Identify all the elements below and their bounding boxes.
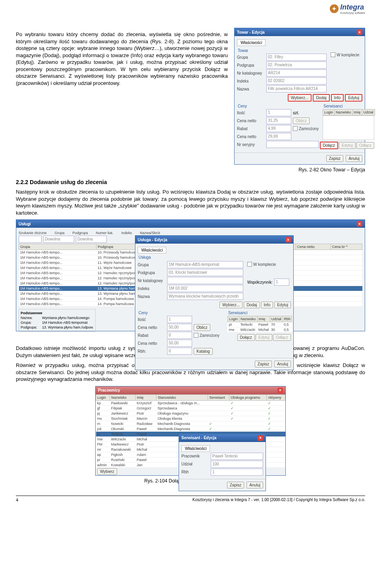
ue-zamrozony-checkbox[interactable] xyxy=(194,333,198,338)
tab-wlasciwosci[interactable]: Właściwości xyxy=(237,39,266,46)
se-prac-field[interactable]: Paweł Terlecki xyxy=(211,453,263,460)
se-rbh-label: Rbh xyxy=(181,470,209,474)
table-header[interactable]: Cena br ^ xyxy=(331,244,362,250)
ue-podgrupa-field[interactable]: 03. Klocki hamulcowe xyxy=(167,269,243,276)
close-icon[interactable]: × xyxy=(277,388,283,393)
table-header[interactable]: Imię xyxy=(135,394,156,400)
se-zapisz-button[interactable]: Zapisz xyxy=(227,482,244,488)
se-udzial-field[interactable]: 100 xyxy=(211,461,263,468)
grupa-select[interactable]: Dowolna xyxy=(43,236,74,243)
table-header[interactable]: Nazwisko xyxy=(110,394,136,400)
table-row[interactable]: mwWilczackiMichał300,5 xyxy=(228,327,292,332)
tab-wlasciwosci[interactable]: Właściwości xyxy=(138,247,166,254)
ue-wkomplecie-label: W komplecie xyxy=(253,262,276,267)
ue-cenanetto-label: Cena netto xyxy=(138,325,165,330)
ilosc-field[interactable]: 1 xyxy=(266,109,291,116)
table-header: Login xyxy=(228,316,239,322)
p-grupa-value: 1M Hamulce-ABS-tempomat xyxy=(42,321,88,325)
ue-nazwa-label: Nazwa xyxy=(138,294,165,299)
nazwa-label: Nazwa/Skrót xyxy=(140,231,160,235)
rabat-field[interactable]: 4,99 xyxy=(266,125,291,132)
close-icon[interactable]: × xyxy=(258,435,263,441)
ue-dodaj-button[interactable]: Dodaj xyxy=(244,302,260,308)
cenanetto-field[interactable]: 31,25 xyxy=(266,117,291,124)
se-anuluj-button[interactable]: Anuluj xyxy=(246,482,263,488)
table-header[interactable]: Cena netto xyxy=(296,244,331,250)
cenanetto-label: Cena netto xyxy=(237,119,265,123)
table-header: Imię xyxy=(257,316,270,322)
prac-wybierz-button[interactable]: Wybierz xyxy=(97,468,117,475)
dodaj-button[interactable]: Dodaj xyxy=(313,94,329,102)
oblicz-button[interactable]: Oblicz xyxy=(293,117,310,124)
ue-rabat-field[interactable]: 0 xyxy=(167,332,192,339)
close-icon[interactable]: × xyxy=(357,221,362,227)
table-row[interactable]: kpPawłowskiKrzysztofSprzedawca - obsługa… xyxy=(96,400,285,405)
nrkat-field[interactable]: AR214 xyxy=(266,69,327,77)
table-header[interactable]: Serwisant xyxy=(208,394,229,400)
table-row[interactable]: ptTerleckiPaweł700,5 xyxy=(228,322,292,327)
podgrupa-field[interactable]: 02. Powietrza xyxy=(266,61,327,69)
close-icon[interactable]: × xyxy=(357,29,362,35)
serw-col-udzial: Udział xyxy=(362,110,375,115)
ue-cenanetto-field[interactable]: 50,00 xyxy=(167,324,192,331)
grupa-field[interactable]: 02. Filtry xyxy=(266,54,327,61)
wkomplecie-checkbox[interactable] xyxy=(331,52,335,57)
table-row[interactable]: msStochmiakMarcinObsługa klienta✓✓ xyxy=(96,416,285,421)
ue-wkomplecie-checkbox[interactable] xyxy=(247,262,252,267)
ue-nazwa-field[interactable]: Wymiana klocków hamulcowych przedn xyxy=(167,293,243,300)
ue-odlacz-button[interactable]: Odłącz xyxy=(273,334,291,341)
ue-oblicz-button[interactable]: Oblicz xyxy=(194,324,210,331)
ue-podgrupa-label: Podgrupa xyxy=(138,271,165,275)
ue-dolacz-button[interactable]: Dołącz xyxy=(237,334,255,341)
cenanetto2-label: Cena netto xyxy=(237,135,265,139)
table-header[interactable]: Stanowisko xyxy=(156,394,208,400)
ue-anuluj-button[interactable]: Anuluj xyxy=(274,361,291,367)
table-row[interactable]: rnNowickiRadosławMechanik-Diagnosta✓✓ xyxy=(96,421,285,426)
serw-col-imie: Imię xyxy=(352,110,362,115)
table-header[interactable]: Aktywny xyxy=(267,394,285,400)
table-header: Rbh xyxy=(283,316,292,322)
odlacz-button[interactable]: Odłącz xyxy=(356,142,374,149)
table-row[interactable]: jokOkonskiPawełMechanik-Diagnosta✓✓ xyxy=(96,426,285,431)
ue-nrkat-field[interactable] xyxy=(167,277,243,284)
ue-rbh-field[interactable]: 0 xyxy=(167,348,192,355)
dolacz-button[interactable]: Dołącz xyxy=(320,142,339,149)
se-tab[interactable]: Właściwości xyxy=(181,445,210,452)
info-button[interactable]: Info xyxy=(331,94,344,102)
table-header[interactable]: Grupa xyxy=(19,244,96,250)
usluga-edycja-window: Usługa - Edycja × Właściwości Usługa Gru… xyxy=(135,235,294,370)
ue-zapisz-button[interactable]: Zapisz xyxy=(255,361,272,367)
indeks-field[interactable]: 02 02002 xyxy=(266,77,327,85)
se-rbh-field[interactable]: 1 xyxy=(211,469,263,476)
ue-ilosc-field[interactable]: 1 xyxy=(167,316,192,323)
nrkat-label: Numer kat. xyxy=(96,231,114,235)
ue-serw-table[interactable]: LoginNazwiskoImięUdziałRbhptTerleckiPawe… xyxy=(227,316,292,332)
zapisz-button[interactable]: Zapisz xyxy=(326,155,343,162)
nazwa-field[interactable]: Filtr powietrza Filtron AR214 xyxy=(266,85,327,92)
wsp-field[interactable]: 1 xyxy=(274,279,289,286)
edytuj-button[interactable]: Edytuj xyxy=(345,94,362,102)
ue-edytuj-button[interactable]: Edytuj xyxy=(274,302,291,308)
logo: ✦ Integra Kosztorysy software xyxy=(330,3,365,14)
ue-edytuj-serw-button[interactable]: Edytuj xyxy=(256,334,272,341)
katalog-button[interactable]: Katalog xyxy=(194,348,213,355)
section-towar: Towar xyxy=(238,48,327,53)
table-row[interactable]: gfFilipiakGrzegorzSprzedawca✓✓ xyxy=(96,405,285,411)
podgrupa-select[interactable]: Dowolna xyxy=(76,236,107,243)
table-header[interactable]: Login xyxy=(96,394,110,400)
edytuj-serw-button[interactable]: Edytuj xyxy=(339,142,356,149)
table-header[interactable]: Obsługa programu xyxy=(229,394,267,400)
close-icon[interactable]: × xyxy=(285,237,291,242)
nrser-field[interactable] xyxy=(266,141,319,148)
wybierz-button[interactable]: Wybierz... xyxy=(288,94,312,102)
ue-indeks-field[interactable]: 1M 03 002 xyxy=(167,285,243,292)
zamrozony-checkbox[interactable] xyxy=(293,126,298,131)
anuluj-button[interactable]: Anuluj xyxy=(346,155,362,162)
ue-grupa-field[interactable]: 1M Hamulce-ABS-tempomat xyxy=(167,261,243,268)
rabat-label: Rabat xyxy=(237,127,265,131)
table-row[interactable]: pjJankiewiczPiotrObsługa magazynu✓✓ xyxy=(96,411,285,416)
serwisant-edycja-window: Serwisant - Edycja × Właściwości Pracown… xyxy=(179,434,266,491)
ue-info-button[interactable]: Info xyxy=(261,302,273,308)
ue-wybierz-button[interactable]: Wybierz... xyxy=(219,302,242,308)
p-nazwa-label: Nazwa: xyxy=(21,316,40,320)
